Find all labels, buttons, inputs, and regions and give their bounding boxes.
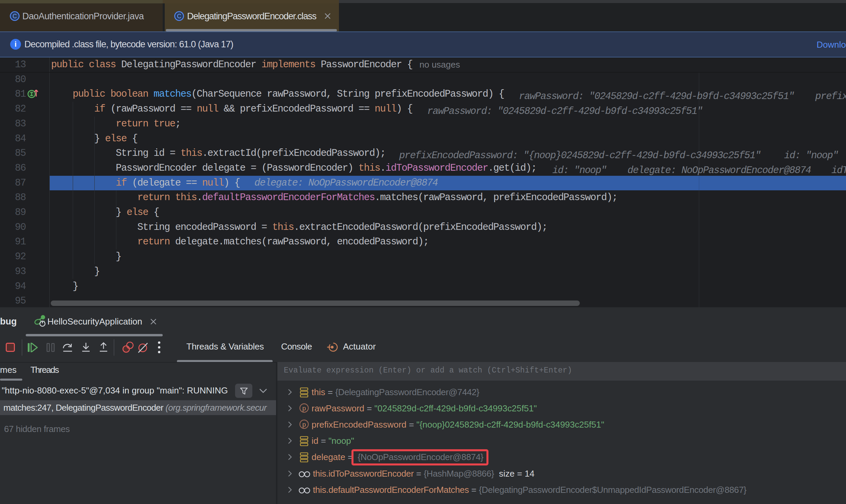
svg-text:p: p — [302, 404, 306, 412]
svg-text:C: C — [13, 13, 17, 20]
svg-text:C: C — [177, 13, 181, 20]
svg-text:p: p — [302, 421, 306, 428]
